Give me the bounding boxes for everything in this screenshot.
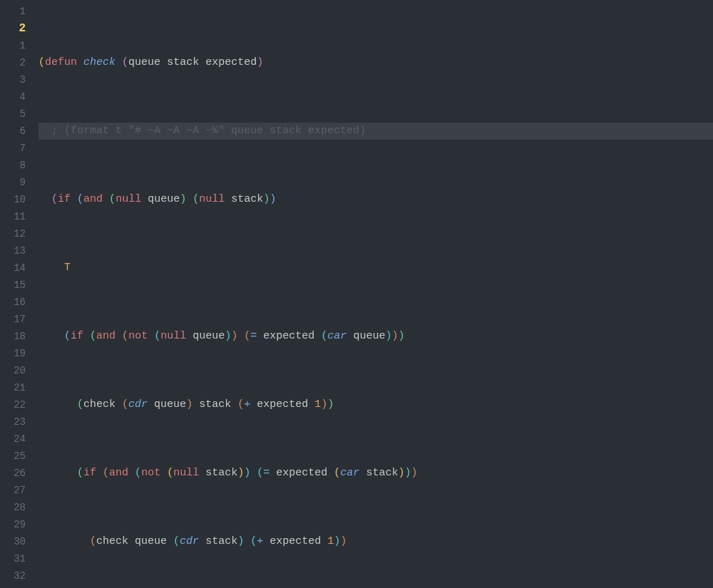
code-line[interactable]: (if (and (null queue) (null stack)) — [39, 191, 713, 208]
code-line[interactable]: (if (and (not (null stack)) (= expected … — [39, 465, 713, 482]
line-number: 2 — [0, 20, 34, 37]
line-number: 3 — [0, 71, 34, 88]
line-number: 15 — [0, 277, 34, 294]
line-number: 10 — [0, 191, 34, 208]
line-number: 16 — [0, 294, 34, 311]
code-line[interactable]: (if (and (not (null queue)) (= expected … — [39, 328, 713, 345]
code-line[interactable]: ; (format t "# ~A ~A ~A ~%" queue stack … — [39, 123, 713, 140]
line-number: 11 — [0, 208, 34, 225]
line-number: 29 — [0, 516, 34, 533]
line-number: 22 — [0, 396, 34, 413]
code-line[interactable]: (check (cdr queue) stack (+ expected 1)) — [39, 396, 713, 413]
line-number: 5 — [0, 105, 34, 123]
line-number: 2 — [0, 54, 34, 71]
line-number: 25 — [0, 448, 34, 465]
line-number: 14 — [0, 259, 34, 277]
code-area[interactable]: (defun check (queue stack expected) ; (f… — [34, 0, 713, 588]
code-line[interactable]: (defun check (queue stack expected) — [39, 54, 713, 71]
line-number: 1 — [0, 37, 34, 54]
line-number: 30 — [0, 533, 34, 550]
line-number: 8 — [0, 157, 34, 174]
line-number: 1 — [0, 3, 34, 20]
line-number: 23 — [0, 413, 34, 430]
line-number: 12 — [0, 225, 34, 242]
line-number: 28 — [0, 499, 34, 516]
line-number: 27 — [0, 482, 34, 499]
line-number: 24 — [0, 430, 34, 448]
line-number: 32 — [0, 567, 34, 584]
line-number: 19 — [0, 345, 34, 362]
line-number: 26 — [0, 465, 34, 482]
line-number: 4 — [0, 88, 34, 105]
line-number: 21 — [0, 379, 34, 396]
line-number: 17 — [0, 311, 34, 328]
line-number: 9 — [0, 174, 34, 191]
line-number: 18 — [0, 328, 34, 345]
code-editor: 1212345678910111213141516171819202122232… — [0, 0, 713, 588]
line-number: 31 — [0, 550, 34, 567]
line-number: 7 — [0, 140, 34, 157]
line-number-gutter: 1212345678910111213141516171819202122232… — [0, 0, 34, 588]
line-number: 13 — [0, 242, 34, 259]
code-line[interactable]: (check queue (cdr stack) (+ expected 1)) — [39, 533, 713, 550]
line-number: 20 — [0, 362, 34, 379]
code-line[interactable]: T — [39, 259, 713, 277]
line-number: 6 — [0, 123, 34, 140]
